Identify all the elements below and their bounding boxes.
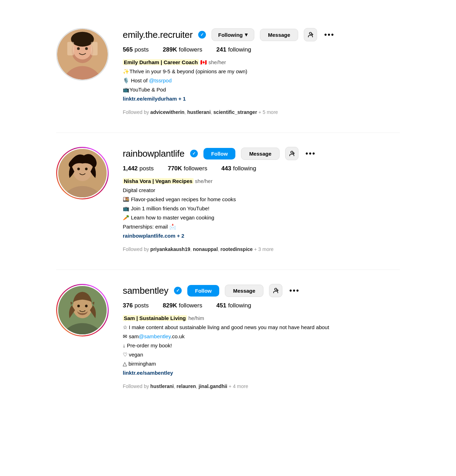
verified-badge-sambentley: ✓ xyxy=(174,287,182,294)
stat-label: followers xyxy=(184,165,207,172)
stat-value: 289K xyxy=(163,46,177,53)
more-options-button-rainbow[interactable]: ••• xyxy=(304,149,317,158)
add-person-button-sambentley[interactable] xyxy=(269,284,282,297)
follower-name[interactable]: hustlerani xyxy=(187,109,211,115)
stat-value: 1,442 xyxy=(123,165,138,172)
add-person-icon xyxy=(307,32,314,38)
stat-label: following xyxy=(228,302,251,309)
message-button-rainbow[interactable]: Message xyxy=(241,148,279,160)
verified-badge-emily: ✓ xyxy=(198,31,206,39)
bio-name: Nisha Vora | Vegan Recipes xyxy=(123,178,194,184)
svg-point-16 xyxy=(77,168,80,170)
bio-line-rainbow: Partnerships: email 📩 xyxy=(123,223,400,231)
bio-line-rainbow: 📺 Join 1 million friends on YouTube! xyxy=(123,204,400,213)
follow-button-rainbow[interactable]: Follow xyxy=(203,148,236,159)
bio-name: Sam | Sustainable Living xyxy=(123,315,187,321)
profile-stats-sambentley: 376 posts829K followers451 following xyxy=(123,302,400,309)
more-options-button-emily[interactable]: ••• xyxy=(323,30,336,39)
svg-point-5 xyxy=(85,47,88,50)
more-options-button-sambentley[interactable]: ••• xyxy=(288,286,301,295)
stat-label: posts xyxy=(140,165,154,172)
svg-point-26 xyxy=(275,288,277,290)
stat-value: 376 xyxy=(123,302,133,309)
follower-name[interactable]: advicewitherin xyxy=(150,109,185,115)
stat-value: 443 xyxy=(221,165,231,172)
bio-name-line-sambentley: Sam | Sustainable Living he/him xyxy=(123,314,400,322)
follower-name[interactable]: rootedinspice xyxy=(221,246,253,252)
profile-card-emily: emily.the.recruiter✓Following▾Message•••… xyxy=(56,14,400,133)
stat-followers-rainbow: 770K followers xyxy=(168,165,207,172)
message-button-sambentley[interactable]: Message xyxy=(225,285,263,297)
stat-following-emily: 241 following xyxy=(216,46,252,53)
bio-link-line-sambentley: linktr.ee/sambentley xyxy=(123,369,400,377)
stat-label: followers xyxy=(179,302,202,309)
bio-line-sambentley: ☆ I make content about sustainable livin… xyxy=(123,323,400,332)
stat-value: 565 xyxy=(123,46,133,53)
username-emily: emily.the.recruiter xyxy=(123,29,193,40)
stat-followers-sambentley: 829K followers xyxy=(163,302,202,309)
bio-line-rainbow: 🥕 Learn how to master vegan cooking xyxy=(123,213,400,222)
profile-stats-rainbow: 1,442 posts770K followers443 following xyxy=(123,165,400,172)
profile-bio-emily: Emily Durham | Career Coach 🇨🇦 she/her✨T… xyxy=(123,58,400,103)
add-person-button-rainbow[interactable] xyxy=(285,147,299,160)
stat-label: followers xyxy=(179,46,202,53)
stat-posts-sambentley: 376 posts xyxy=(123,302,149,309)
stat-following-sambentley: 451 following xyxy=(216,302,252,309)
profile-bio-rainbow: Nisha Vora | Vegan Recipes she/herDigita… xyxy=(123,177,400,240)
followed-by-emily: Followed by advicewitherin, hustlerani, … xyxy=(123,109,400,115)
bio-line-rainbow: 🍱 Flavor-packed vegan recipes for home c… xyxy=(123,195,400,204)
follower-name[interactable]: scientific_stranger xyxy=(213,109,257,115)
followed-by-rainbow: Followed by priyankakaush19, nonauppal, … xyxy=(123,246,400,252)
verified-badge-rainbow: ✓ xyxy=(190,150,198,157)
profile-stats-emily: 565 posts289K followers241 following xyxy=(123,46,400,53)
bio-link-line-rainbow: rainbowplantlife.com + 2 xyxy=(123,232,400,240)
stat-label: posts xyxy=(134,302,149,309)
stat-value: 241 xyxy=(216,46,226,53)
stat-label: posts xyxy=(134,46,149,53)
bio-pronoun: she/her xyxy=(195,178,213,184)
avatar-wrapper-emily xyxy=(56,28,109,81)
svg-rect-7 xyxy=(71,36,93,42)
bio-line-sambentley: ♡ vegan xyxy=(123,351,400,359)
bio-line-sambentley: △ birmingham xyxy=(123,360,400,368)
profile-card-sambentley: sambentley✓FollowMessage•••376 posts829K… xyxy=(56,270,400,407)
add-person-button-emily[interactable] xyxy=(304,28,317,41)
bio-line-sambentley: ↓ Pre-order my book! xyxy=(123,341,400,350)
bio-name: Emily Durham | Career Coach xyxy=(123,59,199,65)
username-sambentley: sambentley xyxy=(123,285,168,296)
follower-name[interactable]: hustlerani xyxy=(150,383,174,389)
follower-name[interactable]: relauren xyxy=(176,383,196,389)
mention-link[interactable]: @tssrpod xyxy=(149,77,172,83)
bio-link-sambentley[interactable]: linktr.ee/sambentley xyxy=(123,370,173,376)
add-person-icon xyxy=(273,287,279,294)
bio-name-line-emily: Emily Durham | Career Coach 🇨🇦 she/her xyxy=(123,58,400,67)
svg-rect-8 xyxy=(67,42,74,55)
following-label: Following xyxy=(218,32,243,38)
follower-name[interactable]: priyankakaush19 xyxy=(150,246,190,252)
svg-point-25 xyxy=(85,305,87,307)
mention-link[interactable]: @sambentley xyxy=(139,333,171,339)
message-button-emily[interactable]: Message xyxy=(260,29,298,41)
stat-value: 770K xyxy=(168,165,182,172)
chevron-down-icon: ▾ xyxy=(245,32,248,38)
bio-link-emily[interactable]: linktr.ee/emilydurham + 1 xyxy=(123,96,186,102)
following-button-emily[interactable]: Following▾ xyxy=(212,28,254,41)
stat-followers-emily: 289K followers xyxy=(163,46,202,53)
svg-point-18 xyxy=(291,151,293,153)
bio-link-line-emily: linktr.ee/emilydurham + 1 xyxy=(123,95,400,103)
follower-name[interactable]: jinal.gandhii xyxy=(199,383,227,389)
bio-line-emily: 📺YouTube & Pod xyxy=(123,86,400,94)
bio-pronoun: she/her xyxy=(208,59,226,65)
svg-point-17 xyxy=(85,168,87,170)
stat-posts-rainbow: 1,442 posts xyxy=(123,165,154,172)
follower-name[interactable]: nonauppal xyxy=(193,246,218,252)
bio-link-rainbow[interactable]: rainbowplantlife.com + 2 xyxy=(123,233,184,239)
profile-info-emily: emily.the.recruiter✓Following▾Message•••… xyxy=(123,28,400,115)
bio-line-sambentley: ✉ sam@sambentley.co.uk xyxy=(123,332,400,341)
stat-value: 451 xyxy=(216,302,226,309)
bio-name-line-rainbow: Nisha Vora | Vegan Recipes she/her xyxy=(123,177,400,185)
follow-button-sambentley[interactable]: Follow xyxy=(187,285,220,297)
profiles-container: emily.the.recruiter✓Following▾Message•••… xyxy=(35,0,421,421)
stat-value: 829K xyxy=(163,302,177,309)
stat-label: following xyxy=(228,46,251,53)
